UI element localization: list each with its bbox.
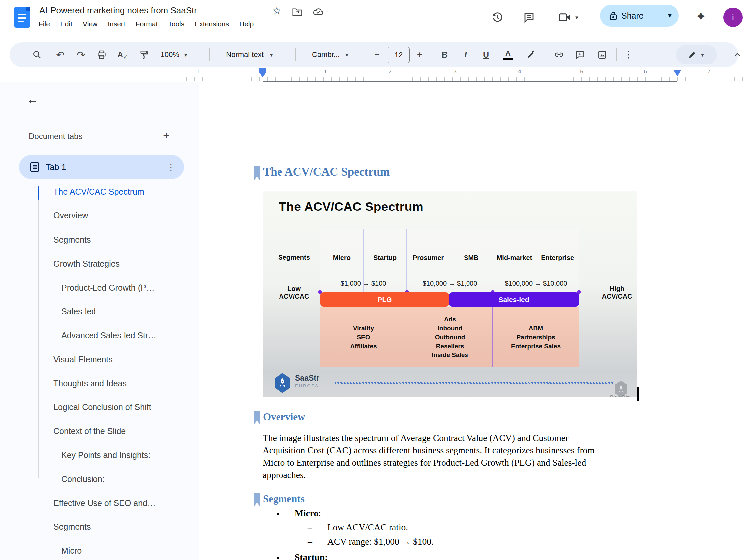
outline-item[interactable]: Visual Elements: [53, 355, 113, 364]
hide-menus-chevron[interactable]: [729, 42, 746, 67]
saastr-europa-text: EUROPA: [295, 384, 319, 388]
document-title[interactable]: AI-Powered marketing notes from SaaStr: [39, 5, 197, 16]
italic-button[interactable]: I: [458, 42, 473, 67]
outline-item[interactable]: The ACV/CAC Spectrum: [53, 187, 144, 197]
cloud-status-icon[interactable]: [313, 7, 324, 17]
sub-bullet-acv-range[interactable]: ACV range: $1,000 → $100.: [327, 536, 434, 547]
close-outline-arrow-icon[interactable]: ←: [27, 93, 38, 106]
first-line-indent-marker[interactable]: [259, 72, 266, 77]
text-color-button[interactable]: A: [500, 42, 516, 67]
outline-item[interactable]: Key Points and Insights:: [61, 450, 150, 460]
outline-active-indicator: [38, 186, 39, 199]
overview-paragraph-line[interactable]: approaches.: [262, 469, 306, 480]
account-avatar[interactable]: i: [723, 8, 743, 27]
doc-heading-overview[interactable]: Overview: [263, 411, 305, 423]
redo-button[interactable]: ↷: [73, 42, 89, 67]
doc-heading-segments[interactable]: Segments: [263, 493, 305, 505]
outline-item[interactable]: Overview: [53, 211, 88, 220]
dash-glyph: –: [308, 522, 312, 533]
slide-price-range: $100,000 → $10,000: [505, 280, 567, 287]
outline-item[interactable]: Context of the Slide: [53, 426, 126, 436]
outline-item[interactable]: Growth Strategies: [53, 259, 120, 269]
version-history-icon[interactable]: [491, 11, 504, 24]
outline-item[interactable]: Micro: [61, 546, 81, 556]
bold-button[interactable]: B: [437, 42, 452, 67]
undo-button[interactable]: ↶: [52, 42, 68, 67]
outline-item[interactable]: Segments: [53, 522, 91, 532]
outline-item[interactable]: Conclusion:: [61, 474, 105, 484]
document-tabs-title: Document tabs: [29, 132, 82, 141]
slide-salesled-bar: Sales-led: [449, 292, 579, 307]
highlight-color-icon[interactable]: [523, 42, 539, 67]
saastr-watermark-text: SaaStr: [609, 394, 630, 397]
paint-format-icon[interactable]: [136, 42, 152, 67]
menu-file[interactable]: File: [39, 20, 50, 28]
increase-font-size-button[interactable]: +: [413, 42, 426, 67]
menu-extensions[interactable]: Extensions: [195, 20, 229, 28]
menu-tools[interactable]: Tools: [168, 20, 184, 28]
video-dropdown-caret[interactable]: ▼: [574, 15, 579, 20]
spellcheck-button[interactable]: A✓: [115, 42, 131, 67]
insert-image-button[interactable]: [593, 42, 610, 67]
font-size-input[interactable]: 12: [388, 47, 410, 63]
editing-mode-button[interactable]: ▼: [676, 45, 717, 64]
move-folder-icon[interactable]: [292, 7, 303, 17]
share-dropdown-caret[interactable]: ▼: [661, 12, 679, 19]
menu-help[interactable]: Help: [239, 20, 254, 28]
docs-logo-line: [18, 14, 26, 15]
print-button[interactable]: [94, 42, 110, 67]
search-menus-button[interactable]: [29, 42, 45, 67]
outline-item[interactable]: Logical Conclusion of Shift: [53, 403, 151, 412]
ruler-number: 7: [707, 69, 710, 75]
gemini-sparkle-icon[interactable]: ✦: [696, 9, 707, 24]
font-value: Cambr...: [312, 50, 340, 59]
slide-price-range: $10,000 → $1,000: [423, 280, 477, 287]
decrease-font-size-button[interactable]: −: [370, 42, 384, 67]
outline-item[interactable]: Segments: [53, 235, 91, 245]
embedded-slide-image[interactable]: The ACV/CAC Spectrum Micro Startup Prosu…: [263, 191, 636, 397]
zoom-select[interactable]: 100% ▼: [156, 42, 193, 67]
left-indent-marker[interactable]: [259, 68, 266, 72]
toolbar-divider: [366, 48, 366, 61]
add-tab-button[interactable]: +: [163, 129, 170, 142]
menu-edit[interactable]: Edit: [60, 20, 72, 28]
star-icon[interactable]: ☆: [272, 5, 281, 16]
menu-format[interactable]: Format: [136, 20, 158, 28]
ruler-number: 1: [196, 69, 199, 75]
overview-paragraph-line[interactable]: Micro to Enterprise and outlines strateg…: [262, 457, 586, 468]
right-indent-marker[interactable]: [674, 71, 681, 76]
slide-price-range: $1,000 → $100: [341, 280, 386, 287]
toolbar-divider: [545, 48, 545, 61]
paragraph-style-select[interactable]: Normal text ▼: [217, 42, 283, 67]
underline-button[interactable]: U: [479, 42, 493, 67]
comments-icon[interactable]: [523, 11, 535, 23]
outline-item[interactable]: Product-Led Growth (P…: [61, 283, 155, 293]
tab-item-tab1[interactable]: Tab 1 ⋮: [19, 155, 184, 179]
bullet-glyph: •: [276, 509, 280, 519]
google-docs-logo[interactable]: [14, 7, 30, 28]
overview-paragraph-line[interactable]: Acquisition Cost (CAC) across different …: [262, 445, 594, 456]
share-button-group[interactable]: Share ▼: [600, 5, 679, 27]
share-button[interactable]: Share: [600, 5, 661, 27]
meet-video-button[interactable]: ▼: [558, 12, 579, 23]
docs-logo-line: [18, 17, 26, 19]
overview-paragraph-line[interactable]: The image illustrates the spectrum of Av…: [262, 433, 568, 443]
ruler-number: 4: [518, 69, 521, 75]
docs-logo-fold: [26, 7, 30, 11]
insert-link-button[interactable]: [551, 42, 567, 67]
add-comment-button[interactable]: [571, 42, 588, 67]
font-select[interactable]: Cambr... ▼: [303, 42, 358, 67]
sub-bullet-ratio[interactable]: Low ACV/CAC ratio.: [327, 522, 408, 533]
more-options-button[interactable]: ⋮: [621, 42, 636, 67]
doc-heading-acv-cac[interactable]: The ACV/CAC Spectrum: [263, 165, 390, 178]
outline-item[interactable]: Advanced Sales-led Str…: [61, 331, 156, 340]
tab-options-kebab-icon[interactable]: ⋮: [167, 162, 176, 172]
outline-item[interactable]: Effective Use of SEO and…: [53, 498, 156, 508]
menu-insert[interactable]: Insert: [108, 20, 125, 28]
ruler-number: 6: [644, 69, 647, 75]
bullet-item-startup[interactable]: Startup:: [295, 552, 328, 560]
menu-view[interactable]: View: [83, 20, 97, 28]
outline-item[interactable]: Sales-led: [61, 307, 96, 316]
outline-item[interactable]: Thoughts and Ideas: [53, 379, 127, 388]
bullet-item-micro[interactable]: Micro:: [295, 508, 321, 519]
